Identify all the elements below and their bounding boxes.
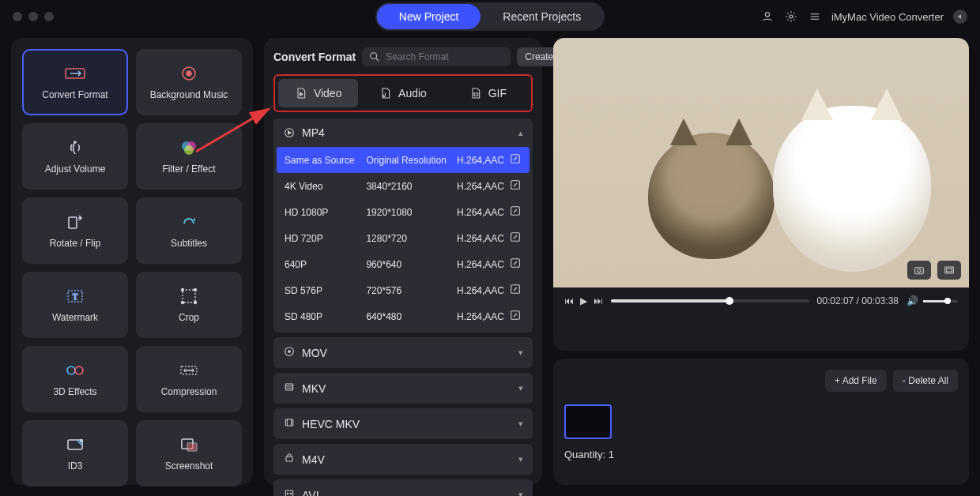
edit-preset-icon[interactable] — [509, 257, 522, 272]
tool-3d-effects[interactable]: 3D Effects — [22, 346, 128, 412]
compression-icon — [178, 361, 200, 380]
tab-audio[interactable]: Audio — [363, 79, 443, 107]
tool-adjust-volume[interactable]: Adjust Volume — [22, 123, 128, 190]
video-file-icon — [295, 87, 307, 100]
format-group-header[interactable]: M4V ▾ — [273, 444, 533, 475]
tool-subtitles[interactable]: Subtitles — [136, 197, 242, 264]
edit-preset-icon[interactable] — [509, 309, 522, 324]
panel-title: Convert Format — [273, 51, 356, 63]
format-group-header-mp4[interactable]: MP4 ▴ — [273, 118, 533, 147]
format-name: HD 1080P — [285, 207, 366, 218]
adjust-volume-icon — [64, 138, 86, 157]
seek-slider[interactable] — [611, 299, 809, 302]
format-group-header[interactable]: HEVC MKV ▾ — [273, 408, 533, 439]
format-name: SD 576P — [285, 285, 366, 296]
volume-icon[interactable]: 🔊 — [906, 295, 918, 306]
screenshot-icon[interactable] — [907, 261, 931, 280]
tool-watermark[interactable]: T Watermark — [22, 272, 128, 338]
tool-compression[interactable]: Compression — [136, 346, 242, 412]
svg-rect-10 — [69, 217, 77, 228]
window-traffic-lights — [13, 12, 54, 21]
chevron-up-icon: ▴ — [518, 128, 523, 138]
format-codec: H.264,AAC — [457, 233, 509, 244]
next-button[interactable]: ⏭ — [594, 295, 603, 306]
menu-icon[interactable] — [808, 9, 822, 24]
search-input[interactable] — [386, 51, 504, 62]
format-resolution: 1920*1080 — [366, 207, 457, 218]
svg-rect-39 — [286, 457, 292, 461]
format-row[interactable]: 640P 960*640 H.264,AAC — [277, 251, 530, 277]
tool-crop[interactable]: Crop — [136, 272, 242, 338]
tool-label: Compression — [161, 386, 217, 397]
tool-id3[interactable]: ID3 — [22, 420, 128, 487]
svg-point-14 — [182, 289, 184, 291]
edit-preset-icon[interactable] — [509, 178, 522, 194]
delete-all-button[interactable]: ◦ Delete All — [893, 370, 958, 392]
format-row[interactable]: 4K Video 3840*2160 H.264,AAC — [277, 173, 530, 199]
format-group-label: MKV — [302, 382, 326, 395]
tool-background-music[interactable]: Background Music — [136, 49, 242, 115]
tool-convert-format[interactable]: Convert Format — [22, 49, 128, 115]
tab-recent-projects[interactable]: Recent Projects — [481, 4, 603, 29]
account-icon[interactable] — [760, 9, 775, 24]
format-resolution: 720*576 — [366, 285, 457, 296]
tool-screenshot[interactable]: Screenshot — [136, 420, 242, 487]
svg-text:T: T — [73, 292, 77, 301]
gear-icon[interactable] — [784, 9, 798, 24]
svg-point-17 — [194, 302, 197, 304]
tool-label: Background Music — [150, 89, 228, 100]
fullscreen-icon[interactable] — [937, 261, 961, 280]
tab-video[interactable]: Video — [278, 79, 358, 107]
convert-format-icon — [64, 64, 86, 83]
svg-rect-26 — [474, 93, 478, 96]
project-tabs: New Project Recent Projects — [375, 2, 605, 31]
svg-rect-43 — [915, 268, 924, 274]
format-group-label: M4V — [302, 453, 325, 466]
title-bar: New Project Recent Projects iMyMac Video… — [0, 0, 980, 33]
files-card: + Add File ◦ Delete All Quantity: 1 — [553, 359, 969, 485]
svg-point-5 — [187, 71, 191, 76]
file-thumbnail[interactable] — [564, 404, 612, 439]
tab-new-project[interactable]: New Project — [377, 4, 481, 29]
svg-point-42 — [290, 493, 291, 494]
play-button[interactable]: ▶ — [580, 295, 587, 306]
traffic-min[interactable] — [28, 12, 38, 21]
edit-preset-icon[interactable] — [509, 231, 522, 246]
format-row[interactable]: SD 480P 640*480 H.264,AAC — [277, 303, 530, 329]
format-group-m4v: M4V ▾ — [273, 444, 533, 475]
search-icon — [368, 51, 381, 63]
volume-slider[interactable] — [923, 300, 958, 302]
format-group-header[interactable]: MKV ▾ — [273, 373, 533, 404]
format-group-header[interactable]: AVI ▾ — [273, 479, 533, 496]
video-preview[interactable] — [553, 38, 969, 287]
format-codec: H.264,AAC — [457, 285, 509, 296]
format-row[interactable]: HD 720P 1280*720 H.264,AAC — [277, 225, 530, 251]
subtitles-icon — [178, 212, 200, 231]
tool-rotate-flip[interactable]: Rotate / Flip — [22, 197, 128, 264]
add-file-button[interactable]: + Add File — [825, 370, 887, 392]
format-group-mp4: MP4 ▴ Same as Source Original Resolution… — [273, 118, 533, 333]
tab-gif[interactable]: GIF — [448, 79, 528, 107]
traffic-max[interactable] — [44, 12, 54, 21]
screenshot-icon — [178, 435, 200, 454]
format-resolution: 640*480 — [366, 311, 457, 322]
video-content-image — [553, 38, 969, 287]
format-row[interactable]: Same as Source Original Resolution H.264… — [277, 147, 530, 173]
format-name: 4K Video — [285, 181, 366, 192]
mp4-icon — [283, 126, 296, 139]
edit-preset-icon[interactable] — [509, 283, 522, 298]
format-row[interactable]: HD 1080P 1920*1080 H.264,AAC — [277, 199, 530, 225]
format-group-header[interactable]: MOV ▾ — [273, 337, 533, 368]
tool-label: Subtitles — [171, 238, 207, 249]
svg-point-44 — [918, 269, 921, 272]
crop-icon — [178, 287, 200, 306]
traffic-close[interactable] — [13, 12, 22, 21]
watermark-icon: T — [64, 287, 86, 306]
format-row[interactable]: SD 576P 720*576 H.264,AAC — [277, 277, 530, 303]
edit-preset-icon[interactable] — [509, 205, 522, 220]
tool-filter-effect[interactable]: Filter / Effect — [136, 123, 242, 190]
search-format-field[interactable] — [362, 47, 511, 66]
prev-button[interactable]: ⏮ — [564, 295, 574, 306]
tool-label: Screenshot — [165, 460, 213, 472]
edit-preset-icon[interactable] — [509, 152, 522, 167]
